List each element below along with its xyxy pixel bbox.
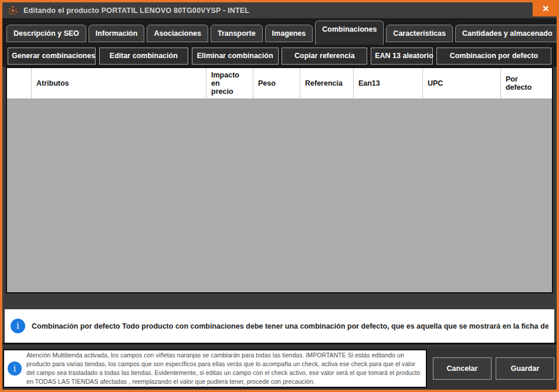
close-icon: ✕ [542,4,550,13]
info-icon: i [11,319,25,333]
default-combination-info-bar: i Combinación por defecto Todo producto … [5,309,554,343]
window-title: Editando el producto PORTATIL LENOVO 80T… [23,6,249,15]
table-header-row: Atributos Impacto en precio Peso Referen… [7,68,552,99]
tab-combinaciones[interactable]: Combinaciones [315,21,384,45]
tab-cantidades-y-almacenado[interactable]: Cantidades y almacenado [455,25,557,42]
footer-buttons: Cancelar Guardar [427,357,557,380]
tab-caracteristicas[interactable]: Características [386,25,453,42]
table-header-referencia[interactable]: Referencia [300,68,354,99]
product-editor-window: Editando el producto PORTATIL LENOVO 80T… [2,2,557,390]
tab-imagenes[interactable]: Imagenes [265,25,313,42]
cancel-button[interactable]: Cancelar [433,357,492,380]
save-button[interactable]: Guardar [496,357,554,380]
combinations-toolbar: Generar combinaciones Editar combinación… [2,45,557,67]
combinations-table: Atributos Impacto en precio Peso Referen… [6,67,553,293]
app-spark-icon [7,5,19,16]
table-header-upc[interactable]: UPC [423,68,501,99]
multistore-warning-box: i Atención Multitienda activada, los cam… [3,349,427,388]
default-combination-info-text: Combinación por defecto Todo producto co… [32,322,548,330]
tab-descripcion-y-seo[interactable]: Descripción y SEO [6,25,86,42]
copiar-referencia-button[interactable]: Copiar referencia [282,48,367,65]
table-header-ean13[interactable]: Ean13 [354,68,423,99]
info-icon: i [8,361,22,376]
title-bar[interactable]: Editando el producto PORTATIL LENOVO 80T… [2,2,557,18]
ean13-aleatorio-button[interactable]: EAN 13 aleatorio [371,48,433,65]
table-header-selector [7,68,32,99]
tab-asociaciones[interactable]: Asociaciones [147,25,208,42]
table-header-atributos[interactable]: Atributos [32,68,206,99]
close-button[interactable]: ✕ [533,0,559,16]
table-header-peso[interactable]: Peso [253,68,300,99]
footer-bar: i Atención Multitienda activada, los cam… [2,347,557,390]
tab-informacion[interactable]: Información [89,25,145,42]
combinations-table-body-empty [7,99,552,292]
combinacion-por-defecto-button[interactable]: Combinacion por defecto [436,48,551,65]
tab-bar: Descripción y SEO Información Asociacion… [2,18,557,45]
editar-combinacion-button[interactable]: Editar combinación [99,48,188,65]
tab-transporte[interactable]: Transporte [211,25,263,42]
generar-combinaciones-button[interactable]: Generar combinaciones [8,48,96,65]
table-header-por-defecto[interactable]: Por defecto [501,68,552,99]
table-header-impacto-en-precio[interactable]: Impacto en precio [206,68,253,99]
table-infobar-gap [2,293,557,309]
multistore-warning-text: Atención Multitienda activada, los campo… [26,351,421,386]
eliminar-combinacion-button[interactable]: Eliminar combinación [192,48,279,65]
